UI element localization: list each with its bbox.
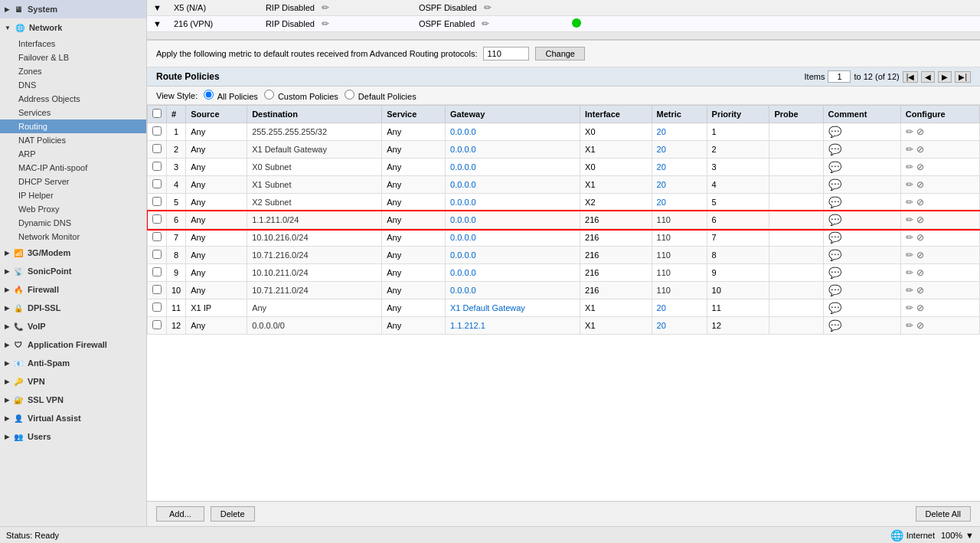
disable-btn-7[interactable]: ⊘ bbox=[916, 232, 924, 243]
row-checkbox-cell-5[interactable] bbox=[148, 194, 167, 211]
row-comment-12[interactable]: 💬 bbox=[823, 317, 900, 335]
row-checkbox-cell-11[interactable] bbox=[148, 299, 167, 317]
disable-btn-6[interactable]: ⊘ bbox=[916, 214, 924, 225]
view-all-policies-label[interactable]: All Policies bbox=[204, 90, 258, 101]
sidebar-item-system[interactable]: ▶ 🖥 System bbox=[0, 0, 146, 18]
select-all-checkbox[interactable] bbox=[152, 109, 162, 118]
sidebar-item-arp[interactable]: ARP bbox=[0, 147, 146, 161]
row-checkbox-cell-4[interactable] bbox=[148, 176, 167, 194]
comment-icon-3[interactable]: 💬 bbox=[828, 161, 841, 173]
edit-btn-7[interactable]: ✏ bbox=[906, 232, 913, 243]
row-comment-8[interactable]: 💬 bbox=[823, 247, 900, 264]
disable-btn-3[interactable]: ⊘ bbox=[916, 162, 924, 172]
view-custom-policies-radio[interactable] bbox=[264, 90, 274, 100]
row-checkbox-11[interactable] bbox=[152, 303, 162, 312]
sidebar-item-users[interactable]: ▶ 👥 Users bbox=[0, 427, 146, 446]
row-checkbox-cell-9[interactable] bbox=[148, 264, 167, 282]
row-comment-4[interactable]: 💬 bbox=[823, 176, 900, 194]
row-checkbox-cell-10[interactable] bbox=[148, 282, 167, 299]
comment-icon-12[interactable]: 💬 bbox=[828, 319, 841, 332]
page-first[interactable]: |◀ bbox=[903, 71, 919, 83]
sidebar-item-anti-spam[interactable]: ▶ 📧 Anti-Spam bbox=[0, 354, 146, 372]
edit-btn-3[interactable]: ✏ bbox=[906, 162, 913, 172]
sidebar-item-voip[interactable]: ▶ 📞 VoIP bbox=[0, 317, 146, 335]
sidebar-item-web-proxy[interactable]: Web Proxy bbox=[0, 202, 146, 216]
edit-ospf-216[interactable]: ✏ bbox=[482, 18, 489, 29]
row-checkbox-9[interactable] bbox=[152, 267, 162, 276]
row-comment-1[interactable]: 💬 bbox=[823, 123, 900, 141]
edit-btn-5[interactable]: ✏ bbox=[906, 197, 913, 208]
page-prev[interactable]: ◀ bbox=[921, 71, 935, 83]
row-checkbox-7[interactable] bbox=[152, 232, 162, 241]
sidebar-item-failover-lb[interactable]: Failover & LB bbox=[0, 51, 146, 64]
edit-ospf-x5[interactable]: ✏ bbox=[484, 2, 492, 13]
row-comment-9[interactable]: 💬 bbox=[823, 264, 900, 282]
row-checkbox-2[interactable] bbox=[152, 144, 162, 153]
comment-icon-8[interactable]: 💬 bbox=[828, 249, 841, 261]
expand-216[interactable]: ▼ bbox=[153, 19, 162, 28]
edit-btn-2[interactable]: ✏ bbox=[906, 144, 913, 155]
edit-rip-216[interactable]: ✏ bbox=[322, 18, 329, 29]
edit-rip-x5[interactable]: ✏ bbox=[322, 2, 329, 13]
comment-icon-5[interactable]: 💬 bbox=[828, 196, 841, 208]
row-checkbox-6[interactable] bbox=[152, 214, 162, 224]
edit-btn-12[interactable]: ✏ bbox=[906, 320, 913, 331]
row-checkbox-1[interactable] bbox=[152, 126, 162, 136]
zoom-dropdown-icon[interactable]: ▼ bbox=[965, 531, 974, 540]
row-checkbox-5[interactable] bbox=[152, 197, 162, 206]
sidebar-item-nat-policies[interactable]: NAT Policies bbox=[0, 133, 146, 147]
sidebar-item-dns[interactable]: DNS bbox=[0, 78, 146, 92]
row-checkbox-12[interactable] bbox=[152, 320, 162, 329]
delete-button[interactable]: Delete bbox=[211, 506, 255, 522]
edit-btn-1[interactable]: ✏ bbox=[906, 126, 913, 137]
comment-icon-6[interactable]: 💬 bbox=[828, 214, 841, 226]
disable-btn-4[interactable]: ⊘ bbox=[916, 179, 924, 190]
sidebar-item-address-objects[interactable]: Address Objects bbox=[0, 92, 146, 106]
sidebar-item-ssl-vpn[interactable]: ▶ 🔐 SSL VPN bbox=[0, 391, 146, 409]
sidebar-item-modem[interactable]: ▶ 📶 3G/Modem bbox=[0, 244, 146, 262]
sidebar-item-dpi-ssl[interactable]: ▶ 🔒 DPI-SSL bbox=[0, 299, 146, 317]
sidebar-item-dhcp-server[interactable]: DHCP Server bbox=[0, 175, 146, 188]
disable-btn-5[interactable]: ⊘ bbox=[916, 197, 924, 208]
disable-btn-12[interactable]: ⊘ bbox=[916, 320, 924, 331]
metric-input[interactable] bbox=[483, 47, 529, 61]
view-default-policies-radio[interactable] bbox=[345, 90, 354, 100]
comment-icon-4[interactable]: 💬 bbox=[828, 178, 841, 191]
page-input[interactable] bbox=[828, 70, 851, 83]
comment-icon-10[interactable]: 💬 bbox=[828, 284, 841, 296]
disable-btn-2[interactable]: ⊘ bbox=[916, 144, 924, 155]
comment-icon-7[interactable]: 💬 bbox=[828, 231, 841, 244]
row-checkbox-10[interactable] bbox=[152, 285, 162, 294]
sidebar-item-zones[interactable]: Zones bbox=[0, 64, 146, 78]
sidebar-item-network[interactable]: ▼ 🌐 Network bbox=[0, 18, 146, 37]
comment-icon-9[interactable]: 💬 bbox=[828, 267, 841, 279]
edit-btn-11[interactable]: ✏ bbox=[906, 303, 913, 313]
delete-all-button[interactable]: Delete All bbox=[916, 506, 971, 522]
sidebar-item-ip-helper[interactable]: IP Helper bbox=[0, 188, 146, 202]
page-next[interactable]: ▶ bbox=[938, 71, 952, 83]
edit-btn-4[interactable]: ✏ bbox=[906, 179, 913, 190]
row-checkbox-cell-1[interactable] bbox=[148, 123, 167, 141]
row-checkbox-cell-6[interactable] bbox=[148, 211, 167, 229]
view-all-policies-radio[interactable] bbox=[204, 90, 214, 100]
row-comment-11[interactable]: 💬 bbox=[823, 299, 900, 317]
disable-btn-9[interactable]: ⊘ bbox=[916, 267, 924, 278]
sidebar-item-vpn[interactable]: ▶ 🔑 VPN bbox=[0, 372, 146, 391]
sidebar-item-interfaces[interactable]: Interfaces bbox=[0, 37, 146, 51]
row-checkbox-8[interactable] bbox=[152, 250, 162, 259]
comment-icon-2[interactable]: 💬 bbox=[828, 143, 841, 155]
zoom-control[interactable]: 100% ▼ bbox=[941, 531, 974, 540]
view-default-policies-label[interactable]: Default Policies bbox=[345, 90, 416, 101]
row-comment-6[interactable]: 💬 bbox=[823, 211, 900, 229]
row-checkbox-cell-12[interactable] bbox=[148, 317, 167, 335]
sidebar-item-routing[interactable]: Routing bbox=[0, 119, 146, 133]
row-comment-3[interactable]: 💬 bbox=[823, 159, 900, 176]
comment-icon-1[interactable]: 💬 bbox=[828, 126, 841, 138]
disable-btn-1[interactable]: ⊘ bbox=[916, 126, 924, 137]
sidebar-item-services[interactable]: Services bbox=[0, 106, 146, 119]
row-comment-2[interactable]: 💬 bbox=[823, 141, 900, 159]
sidebar-item-firewall[interactable]: ▶ 🔥 Firewall bbox=[0, 280, 146, 299]
sidebar-item-dynamic-dns[interactable]: Dynamic DNS bbox=[0, 216, 146, 230]
edit-btn-9[interactable]: ✏ bbox=[906, 267, 913, 278]
expand-x5[interactable]: ▼ bbox=[153, 3, 162, 12]
